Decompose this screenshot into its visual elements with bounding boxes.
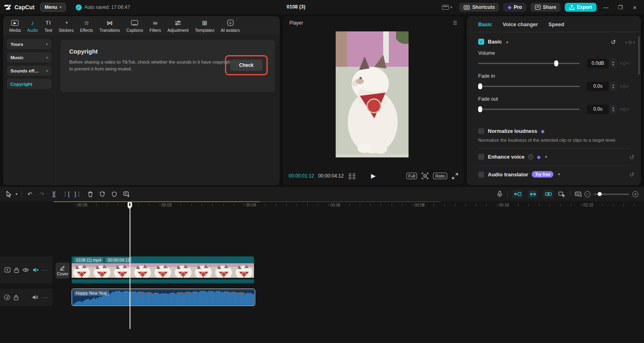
fade-out-value[interactable]: 0.0s xyxy=(587,105,609,114)
auto-snap-toggle[interactable] xyxy=(528,190,538,198)
sidebar-item-copyright[interactable]: Copyright xyxy=(7,79,52,89)
preview-zoom-icon[interactable] xyxy=(422,173,428,179)
playhead[interactable] xyxy=(130,202,130,329)
delete-right-button[interactable]: ]⋮ xyxy=(72,189,84,199)
playhead-handle[interactable] xyxy=(128,202,132,207)
keyframe-controls[interactable]: ‹◇› xyxy=(620,60,630,66)
more-options-icon[interactable]: ··· xyxy=(42,295,48,300)
tab-basic[interactable]: Basic xyxy=(478,21,492,27)
audio-clip[interactable]: Happy New Year xyxy=(72,289,255,306)
player-menu-icon[interactable]: ☰ xyxy=(453,20,457,26)
link-clips-toggle[interactable] xyxy=(543,190,553,198)
volume-slider[interactable] xyxy=(478,63,580,64)
undo-button[interactable]: ↶ xyxy=(24,189,36,199)
export-button[interactable]: Export xyxy=(565,3,597,12)
chevron-down-icon[interactable]: ▼ xyxy=(557,172,561,176)
delete-left-button[interactable]: ⋮[ xyxy=(60,189,72,199)
normalize-loudness-checkbox[interactable] xyxy=(478,128,484,134)
fade-out-stepper[interactable]: ▲▼ xyxy=(610,105,616,114)
reset-icon[interactable]: ↺ xyxy=(629,171,634,178)
tab-captions[interactable]: Captions xyxy=(124,18,146,33)
zoom-out-icon[interactable]: − xyxy=(584,191,590,197)
split-button[interactable]: ][ xyxy=(48,189,60,199)
muted-speaker-icon[interactable] xyxy=(33,267,39,273)
chevron-down-icon[interactable]: ▾ xyxy=(14,189,19,199)
cover-button[interactable]: Cover xyxy=(56,262,70,279)
remove-caption-button[interactable] xyxy=(120,189,132,199)
smart-mask-ai-button[interactable]: AI xyxy=(96,189,108,199)
check-button[interactable]: Check xyxy=(230,60,262,71)
ratio-button[interactable]: Ratio xyxy=(433,173,447,179)
preview-axis-button[interactable] xyxy=(556,189,568,199)
main-track-magnet-toggle[interactable] xyxy=(512,190,523,198)
play-button[interactable]: ▶ xyxy=(371,172,376,180)
timeline-zoom-thumb[interactable] xyxy=(598,192,602,196)
tab-effects[interactable]: ☆Effects xyxy=(77,18,96,33)
inspector-scrollbar[interactable] xyxy=(638,36,640,74)
full-button[interactable]: Full xyxy=(407,173,417,179)
tab-voice-changer[interactable]: Voice changer xyxy=(503,21,538,27)
eye-icon[interactable] xyxy=(23,268,29,272)
chevron-down-icon[interactable]: ▼ xyxy=(544,155,548,159)
delete-button[interactable] xyxy=(84,189,96,199)
tab-adjustment[interactable]: Adjustment xyxy=(165,18,192,33)
fade-in-slider-thumb[interactable] xyxy=(478,83,482,89)
minimize-button[interactable]: — xyxy=(601,4,611,10)
info-icon[interactable]: ? xyxy=(528,154,533,159)
keyframe-controls[interactable]: ‹◇› xyxy=(620,83,630,89)
tab-text[interactable]: TIText xyxy=(41,18,55,33)
sidebar-item-yours[interactable]: Yours▾ xyxy=(7,39,52,49)
more-options-icon[interactable]: ··· xyxy=(42,267,48,273)
reset-icon[interactable]: ↺ xyxy=(611,39,616,46)
enhance-voice-checkbox[interactable] xyxy=(478,154,484,160)
sidebar-item-sound-effects[interactable]: Sounds eff...▾ xyxy=(7,66,52,76)
record-voiceover-button[interactable] xyxy=(493,189,506,199)
layout-switcher-button[interactable]: ▾ xyxy=(442,5,452,10)
redo-button[interactable]: ↷ xyxy=(36,189,48,199)
frame-view-icon[interactable] xyxy=(349,173,355,179)
ruler-label: 00:04 xyxy=(246,203,256,207)
zoom-in-icon[interactable]: + xyxy=(632,191,638,197)
try-free-badge: Try free xyxy=(532,171,553,178)
tab-transitions[interactable]: ⋈Transitions xyxy=(97,18,123,33)
audio-translator-checkbox[interactable] xyxy=(478,172,484,178)
close-button[interactable]: × xyxy=(630,4,640,11)
fit-timeline-button[interactable] xyxy=(572,189,584,199)
audio-track-icon[interactable] xyxy=(4,294,10,300)
lock-icon[interactable] xyxy=(14,267,19,273)
keyframe-controls[interactable]: ‹◇› xyxy=(620,106,630,112)
fade-in-value[interactable]: 0.0s xyxy=(587,82,609,91)
speaker-icon[interactable] xyxy=(32,295,39,300)
menu-button[interactable]: Menu ▾ xyxy=(40,3,66,12)
tab-stickers[interactable]: ◔Stickers xyxy=(56,18,76,33)
reset-icon[interactable]: ↺ xyxy=(629,154,634,161)
volume-value[interactable]: 0.0dB xyxy=(587,59,609,68)
share-button[interactable]: Share xyxy=(530,3,561,12)
fade-in-stepper[interactable]: ▲▼ xyxy=(610,82,616,91)
fade-out-slider-thumb[interactable] xyxy=(478,106,482,112)
tab-templates[interactable]: ⊞Templates xyxy=(192,18,217,33)
keyframe-controls[interactable]: ‹◇› xyxy=(625,39,636,45)
tab-media[interactable]: ▶Media xyxy=(6,18,24,33)
pro-button[interactable]: ◆ Pro xyxy=(503,3,526,12)
mask-button[interactable] xyxy=(108,189,120,199)
shortcuts-button[interactable]: Shortcuts xyxy=(459,3,499,12)
tab-speed[interactable]: Speed xyxy=(549,21,564,27)
maximize-button[interactable]: ❐ xyxy=(615,4,625,10)
tab-ai-avatars[interactable]: ☺AI avatars xyxy=(218,18,242,33)
main-track-icon[interactable] xyxy=(4,267,10,273)
sidebar-item-music[interactable]: Music▾ xyxy=(7,52,52,62)
tab-audio[interactable]: ♪Audio xyxy=(25,18,41,33)
basic-section-checkbox[interactable]: ✓ xyxy=(478,39,484,45)
fullscreen-icon[interactable] xyxy=(452,173,458,179)
fade-out-slider[interactable] xyxy=(478,109,580,110)
tab-filters[interactable]: ∞Filters xyxy=(147,18,164,33)
select-tool-button[interactable] xyxy=(4,189,14,199)
fade-in-slider[interactable] xyxy=(478,86,580,87)
lock-icon[interactable] xyxy=(14,295,19,300)
volume-stepper[interactable]: ▲▼ xyxy=(610,59,616,68)
volume-slider-thumb[interactable] xyxy=(554,60,558,66)
collapse-icon[interactable]: ▲ xyxy=(506,40,509,44)
video-clip[interactable]: 0108 (1).mp4 00:00:04:12 xyxy=(72,256,254,283)
timeline-zoom-slider[interactable] xyxy=(594,194,629,195)
